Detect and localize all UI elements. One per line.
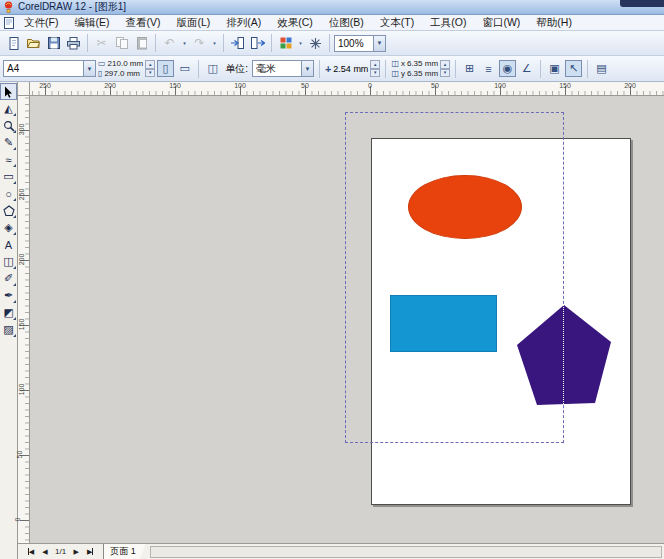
import-button[interactable] bbox=[228, 34, 247, 53]
previous-page-button[interactable]: ◀ bbox=[38, 545, 52, 558]
open-button[interactable] bbox=[24, 34, 43, 53]
redo-button[interactable]: ↷ bbox=[190, 34, 209, 53]
print-button[interactable] bbox=[64, 34, 83, 53]
next-page-button[interactable]: ▶ bbox=[69, 545, 83, 558]
corel-online-button[interactable] bbox=[306, 34, 325, 53]
options-button[interactable]: ▤ bbox=[593, 60, 610, 77]
paper-height-icon: ▯ bbox=[98, 69, 102, 78]
text-tool-button[interactable]: A bbox=[0, 236, 17, 253]
menu-file[interactable]: 文件(F) bbox=[16, 15, 66, 31]
menu-edit[interactable]: 编辑(E) bbox=[66, 15, 117, 31]
export-button[interactable] bbox=[248, 34, 267, 53]
snap-to-grid-button[interactable]: ⊞ bbox=[461, 60, 478, 77]
zoom-combo-dropdown-arrow[interactable]: ▼ bbox=[373, 36, 385, 51]
pick-tool-button[interactable] bbox=[0, 83, 17, 100]
copy-button[interactable] bbox=[112, 34, 131, 53]
horizontal-ruler[interactable]: 250 200 150 100 50 0 50 100 150 200 bbox=[30, 82, 664, 96]
paper-width-icon: ▭ bbox=[98, 59, 106, 68]
fill-tool-button[interactable]: ◩ bbox=[0, 304, 17, 321]
nudge-offset-value[interactable]: 2.54 mm bbox=[333, 64, 368, 74]
basic-shapes-tool-button[interactable]: ◈ bbox=[0, 219, 17, 236]
stepper-up-icon[interactable]: ▴ bbox=[145, 60, 155, 69]
paper-width-value[interactable]: 210.0 mm bbox=[108, 59, 144, 68]
units-dropdown-arrow[interactable]: ▼ bbox=[301, 61, 313, 76]
freehand-tool-button[interactable]: ✎ bbox=[0, 134, 17, 151]
vruler-tick-label: 50 bbox=[16, 451, 23, 459]
stepper-down-icon[interactable]: ▾ bbox=[145, 69, 155, 78]
menu-effects[interactable]: 效果(C) bbox=[269, 15, 321, 31]
vertical-ruler[interactable]: 300 250 200 150 100 50 0 bbox=[18, 96, 30, 543]
title-bar[interactable]: CorelDRAW 12 - [图形1] bbox=[0, 0, 664, 15]
apply-to-all-pages-button[interactable]: ◫ bbox=[204, 60, 221, 77]
interactive-blend-tool-button[interactable]: ◫ bbox=[0, 253, 17, 270]
previous-page-arrow-icon: ◀ bbox=[42, 548, 47, 556]
smart-drawing-tool-button[interactable]: ≈ bbox=[0, 151, 17, 168]
duplicate-x-value[interactable]: 6.35 mm bbox=[407, 59, 438, 68]
drawing-canvas[interactable] bbox=[30, 96, 664, 543]
undo-dropdown-arrow[interactable]: ▾ bbox=[180, 34, 189, 53]
polygon-tool-button[interactable] bbox=[0, 202, 17, 219]
toolbar-separator bbox=[87, 34, 88, 52]
duplicate-distance-stepper[interactable]: ▴ ▾ bbox=[440, 60, 450, 77]
landscape-orientation-button[interactable]: ▭ bbox=[176, 60, 193, 77]
snap-to-objects-button[interactable]: ◉ bbox=[499, 60, 516, 77]
redo-dropdown-arrow[interactable]: ▾ bbox=[210, 34, 219, 53]
undo-button[interactable]: ↶ bbox=[160, 34, 179, 53]
pentagon-shape[interactable] bbox=[513, 303, 615, 407]
duplicate-y-value[interactable]: 6.35 mm bbox=[407, 69, 438, 78]
new-document-button[interactable] bbox=[4, 34, 23, 53]
paper-type-dropdown-arrow[interactable]: ▼ bbox=[83, 61, 95, 76]
rectangle-shape[interactable] bbox=[390, 295, 497, 352]
treat-as-filled-button[interactable]: ▣ bbox=[546, 60, 563, 77]
menu-bar: 文件(F) 编辑(E) 查看(V) 版面(L) 排列(A) 效果(C) 位图(B… bbox=[0, 15, 664, 31]
stepper-down-icon[interactable]: ▾ bbox=[440, 69, 450, 78]
snap-to-guidelines-button[interactable]: ≡ bbox=[480, 60, 497, 77]
rectangle-tool-button[interactable]: ▭ bbox=[0, 168, 17, 185]
portrait-orientation-button[interactable]: ▯ bbox=[157, 60, 174, 77]
paste-button[interactable] bbox=[132, 34, 151, 53]
dynamic-guides-button[interactable]: ∠ bbox=[518, 60, 535, 77]
menu-help[interactable]: 帮助(H) bbox=[528, 15, 580, 31]
shape-tool-button[interactable]: ◭ bbox=[0, 100, 17, 117]
stepper-up-icon[interactable]: ▴ bbox=[370, 60, 380, 69]
cut-button[interactable]: ✂ bbox=[92, 34, 111, 53]
menu-layout[interactable]: 版面(L) bbox=[168, 15, 218, 31]
stepper-down-icon[interactable]: ▾ bbox=[370, 69, 380, 78]
pick-tool-state-button[interactable]: ↖ bbox=[565, 60, 582, 77]
stepper-up-icon[interactable]: ▴ bbox=[440, 60, 450, 69]
menu-bitmaps[interactable]: 位图(B) bbox=[321, 15, 372, 31]
menu-view[interactable]: 查看(V) bbox=[117, 15, 168, 31]
ellipse-shape[interactable] bbox=[408, 175, 522, 239]
window-title: CorelDRAW 12 - [图形1] bbox=[18, 0, 126, 14]
window-controls-cutoff bbox=[620, 0, 664, 7]
paper-size-stepper[interactable]: ▴ ▾ bbox=[145, 60, 155, 77]
paper-type-combo[interactable]: A4 ▼ bbox=[3, 60, 96, 77]
page-tab[interactable]: 页面 1 bbox=[103, 544, 146, 559]
first-page-button[interactable]: ◀ bbox=[24, 545, 38, 558]
nudge-offset-icon: + bbox=[325, 63, 331, 75]
ellipse-tool-button[interactable]: ○ bbox=[0, 185, 17, 202]
units-combo[interactable]: 毫米 ▼ bbox=[252, 60, 314, 77]
last-page-button[interactable]: ▶ bbox=[83, 545, 97, 558]
application-launcher-button[interactable] bbox=[276, 34, 295, 53]
eyedropper-tool-button[interactable]: ✐ bbox=[0, 270, 17, 287]
hruler-tick-label: 0 bbox=[368, 82, 372, 89]
ruler-origin-corner[interactable] bbox=[18, 82, 30, 96]
page-navigation-bar: ◀ ◀ 1/1 ▶ ▶ 页面 1 bbox=[18, 543, 664, 559]
vruler-tick-label: 200 bbox=[18, 254, 25, 266]
menu-window[interactable]: 窗口(W) bbox=[474, 15, 528, 31]
interactive-fill-tool-button[interactable]: ▨ bbox=[0, 321, 17, 338]
menu-tools[interactable]: 工具(O) bbox=[422, 15, 474, 31]
zoom-tool-button[interactable] bbox=[0, 117, 17, 134]
paper-height-value[interactable]: 297.0 mm bbox=[104, 69, 140, 78]
launcher-dropdown-arrow[interactable]: ▾ bbox=[296, 34, 305, 53]
menu-text[interactable]: 文本(T) bbox=[372, 15, 422, 31]
save-button[interactable] bbox=[44, 34, 63, 53]
menu-arrange[interactable]: 排列(A) bbox=[218, 15, 269, 31]
outline-pen-tool-button[interactable]: ✒ bbox=[0, 287, 17, 304]
child-document-icon[interactable] bbox=[2, 16, 16, 30]
horizontal-scrollbar-track[interactable] bbox=[150, 546, 662, 558]
standard-toolbar: ✂ ↶ ▾ ↷ ▾ ▾ 100% ▼ bbox=[0, 31, 664, 56]
zoom-level-combo[interactable]: 100% ▼ bbox=[334, 35, 386, 52]
nudge-offset-stepper[interactable]: ▴ ▾ bbox=[370, 60, 380, 77]
